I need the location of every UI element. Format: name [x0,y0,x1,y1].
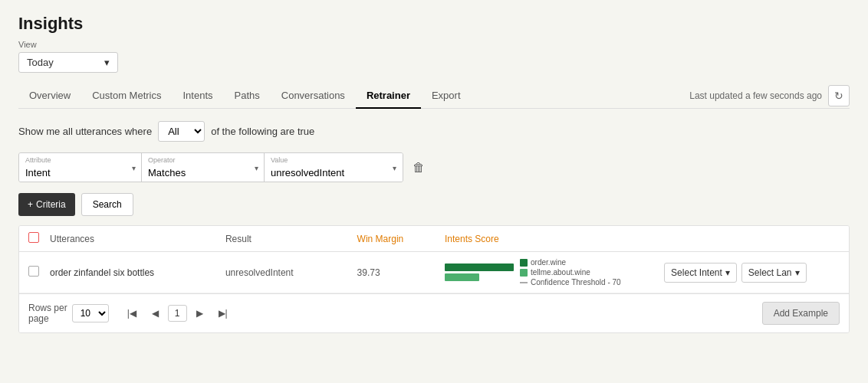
tab-intents[interactable]: Intents [172,83,223,109]
criteria-row: Attribute Intent Confidence ▾ Operator M… [18,152,850,182]
prev-page-button[interactable]: ◀ [146,305,165,322]
add-example-label: Add Example [774,308,828,319]
utterance-cell: order zinfandel six bottles [50,267,225,278]
legend-tellme-wine-label: tellme.about.wine [531,268,590,277]
winmargin-cell: 39.73 [357,267,445,278]
add-example-button[interactable]: Add Example [762,302,840,325]
view-dropdown[interactable]: Today ▾ [18,52,118,73]
col-header-utterances: Utterances [50,234,225,244]
actions-cell: Select Intent ▾ Select Lan ▾ [664,263,840,283]
col-header-result: Result [225,234,357,244]
col-header-winmargin: Win Margin [357,234,445,244]
value-label: Value [271,156,288,164]
view-value: Today [27,57,54,68]
table-row: order zinfandel six bottles unresolvedIn… [19,252,849,293]
result-cell: unresolvedIntent [225,267,357,278]
tab-overview[interactable]: Overview [18,83,81,109]
legend-order-wine-label: order.wine [531,258,566,267]
filter-all-select[interactable]: All Any [158,121,205,142]
plus-icon: + [28,199,33,210]
current-page: 1 [168,305,187,322]
view-label: View [18,40,850,49]
first-page-button[interactable]: |◀ [121,305,143,322]
chart-legend: order.wine tellme.about.wine Confidence … [520,258,621,286]
page-title: Insights [18,14,850,34]
row-checkbox[interactable] [28,266,39,277]
tab-export[interactable]: Export [421,83,472,109]
intents-score-cell: order.wine tellme.about.wine Confidence … [445,258,664,286]
filter-row: Show me all utterances where All Any of … [18,121,850,142]
bar-order-wine [445,264,514,271]
operator-label: Operator [148,156,176,164]
operator-field: Operator Matches Does not match ▾ [142,153,265,182]
add-criteria-label: Criteria [36,199,66,210]
filter-suffix: of the following are true [211,126,314,137]
next-page-button[interactable]: ▶ [190,305,209,322]
last-updated-text: Last updated a few seconds ago [689,90,822,101]
select-intent-dropdown[interactable]: Select Intent ▾ [664,263,737,283]
add-criteria-button[interactable]: + Criteria [18,193,75,216]
search-label: Search [93,199,122,210]
pagination: |◀ ◀ 1 ▶ ▶| [121,305,234,322]
nav-right: Last updated a few seconds ago ↻ [689,85,850,106]
select-lan-dropdown[interactable]: Select Lan ▾ [741,263,807,283]
nav-tabs: Overview Custom Metrics Intents Paths Co… [18,83,850,109]
rows-per-page: Rows per page 10 25 50 [28,303,109,324]
chevron-down-icon: ▾ [104,57,110,68]
legend-order-wine-icon [520,259,528,267]
attribute-label: Attribute [25,156,51,164]
table-footer: Rows per page 10 25 50 |◀ ◀ 1 ▶ ▶| Add E… [19,293,849,332]
search-button[interactable]: Search [81,193,133,216]
tab-custom-metrics[interactable]: Custom Metrics [81,83,172,109]
last-page-button[interactable]: ▶| [212,305,234,322]
attribute-field: Attribute Intent Confidence ▾ [19,153,142,182]
delete-criteria-button[interactable]: 🗑 [409,158,428,178]
bar-chart [445,264,514,281]
tab-conversations[interactable]: Conversations [271,83,356,109]
filter-prefix: Show me all utterances where [18,126,152,137]
results-table: Utterances Result Win Margin Intents Sco… [18,225,850,333]
tab-retrainer[interactable]: Retrainer [356,83,421,109]
rows-per-page-select[interactable]: 10 25 50 [72,304,109,322]
select-lan-chevron-icon: ▾ [795,267,800,278]
tab-paths[interactable]: Paths [224,83,271,109]
select-intent-label: Select Intent [671,267,722,278]
bar-tellme-wine [445,273,479,281]
value-field: Value unresolvedIntent other ▾ [265,153,403,182]
col-header-intents: Intents Score [445,234,664,244]
table-header: Utterances Result Win Margin Intents Sco… [19,226,849,252]
legend-tellme-wine-icon [520,269,528,277]
header-checkbox[interactable] [28,232,39,243]
select-lan-label: Select Lan [748,267,792,278]
threshold-label: Confidence Threshold - 70 [531,278,621,286]
select-intent-chevron-icon: ▾ [725,267,730,278]
refresh-button[interactable]: ↻ [828,85,850,106]
threshold-dash-icon [520,282,528,283]
criteria-group: Attribute Intent Confidence ▾ Operator M… [18,152,403,182]
rows-per-page-label: Rows per page [28,303,67,324]
